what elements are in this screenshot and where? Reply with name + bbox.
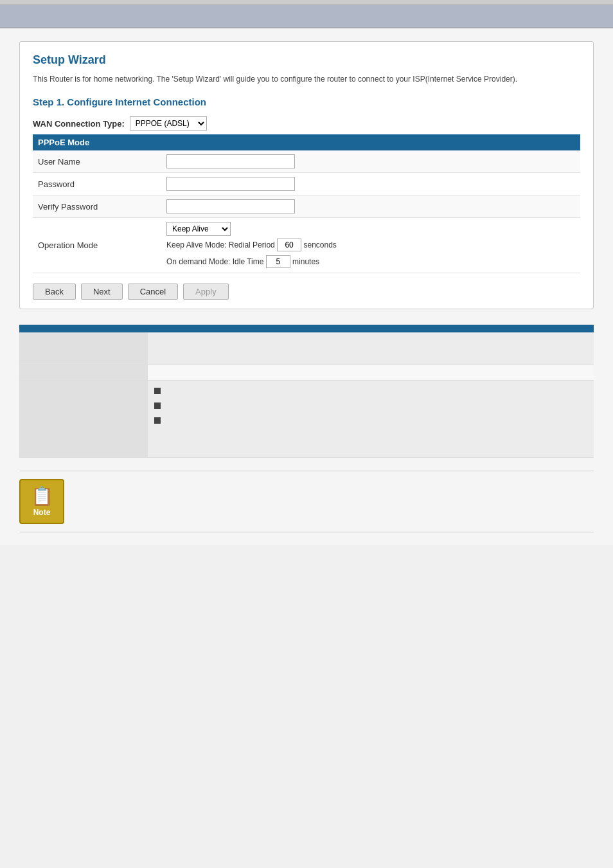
info-row-1 xyxy=(19,332,594,365)
username-input-cell xyxy=(161,150,580,173)
idle-time-input[interactable] xyxy=(266,255,290,268)
info-content-2 xyxy=(148,365,594,380)
info-row-2 xyxy=(19,365,594,380)
pppoe-mode-header: PPPoE Mode xyxy=(33,134,580,150)
bullet-icon-1 xyxy=(154,388,161,394)
verify-password-row: Verify Password xyxy=(33,195,580,218)
apply-button[interactable]: Apply xyxy=(183,284,229,300)
username-label: User Name xyxy=(33,150,161,173)
password-input-cell xyxy=(161,173,580,195)
bullet-item-3 xyxy=(154,415,587,424)
wizard-title: Setup Wizard xyxy=(33,53,580,67)
operation-mode-cell: Keep Alive On Demand Manual Keep Alive M… xyxy=(161,218,580,273)
redial-period-input[interactable] xyxy=(277,239,301,251)
step-title: Step 1. Configure Internet Connection xyxy=(33,96,580,107)
wizard-description: This Router is for home networking. The … xyxy=(33,73,580,85)
wan-connection-label: WAN Connection Type: xyxy=(33,119,125,129)
password-row: Password xyxy=(33,173,580,195)
wan-connection-row: WAN Connection Type: PPPOE (ADSL) DHCP S… xyxy=(33,116,580,131)
cancel-button[interactable]: Cancel xyxy=(128,284,178,300)
idle-time-row: On demand Mode: Idle Time minutes xyxy=(166,255,575,269)
username-input[interactable] xyxy=(166,154,295,168)
operation-mode-row: Operation Mode Keep Alive On Demand Manu… xyxy=(33,218,580,273)
info-content-1 xyxy=(148,332,594,365)
info-table xyxy=(19,325,594,458)
note-icon: 📋 Note xyxy=(19,479,64,524)
verify-password-input[interactable] xyxy=(166,199,295,213)
info-header-row xyxy=(19,325,594,332)
wizard-box: Setup Wizard This Router is for home net… xyxy=(19,41,594,309)
button-row: Back Next Cancel Apply xyxy=(33,284,580,300)
info-col2-header xyxy=(148,325,594,332)
idle-time-unit: minutes xyxy=(292,257,319,266)
redial-period-label: Keep Alive Mode: Redial Period xyxy=(166,240,277,249)
info-content-3 xyxy=(148,380,594,457)
header-bar xyxy=(0,5,613,28)
info-label-2 xyxy=(19,365,148,380)
verify-password-label: Verify Password xyxy=(33,195,161,218)
operation-mode-label: Operation Mode xyxy=(33,218,161,273)
pppoe-header-row: PPPoE Mode xyxy=(33,134,580,150)
password-label: Password xyxy=(33,173,161,195)
note-section: 📋 Note xyxy=(19,471,594,532)
note-icon-symbol: 📋 xyxy=(31,485,53,507)
operation-details: Keep Alive Mode: Redial Period senconds … xyxy=(166,239,575,269)
info-label-1 xyxy=(19,332,148,365)
idle-time-label: On demand Mode: Idle Time xyxy=(166,257,266,266)
bullet-item-2 xyxy=(154,401,587,409)
next-button[interactable]: Next xyxy=(81,284,123,300)
wan-connection-select[interactable]: PPPOE (ADSL) DHCP Static IP PPTP L2TP xyxy=(130,116,207,131)
bullet-icon-2 xyxy=(154,402,161,409)
top-bar xyxy=(0,0,613,5)
pppoe-table: PPPoE Mode User Name Password Verify Pas… xyxy=(33,134,580,273)
back-button[interactable]: Back xyxy=(33,284,76,300)
info-col1-header xyxy=(19,325,148,332)
keep-alive-row: Keep Alive On Demand Manual xyxy=(166,222,575,236)
info-label-3 xyxy=(19,380,148,457)
bullet-item-1 xyxy=(154,386,587,394)
redial-period-unit: senconds xyxy=(303,240,336,249)
note-icon-label: Note xyxy=(33,508,51,517)
keep-alive-select[interactable]: Keep Alive On Demand Manual xyxy=(166,222,231,236)
username-row: User Name xyxy=(33,150,580,173)
bullet-icon-3 xyxy=(154,417,161,424)
redial-period-row: Keep Alive Mode: Redial Period senconds xyxy=(166,239,575,253)
password-input[interactable] xyxy=(166,177,295,191)
info-row-3 xyxy=(19,380,594,457)
verify-password-input-cell xyxy=(161,195,580,218)
page-content: Setup Wizard This Router is for home net… xyxy=(0,28,613,545)
